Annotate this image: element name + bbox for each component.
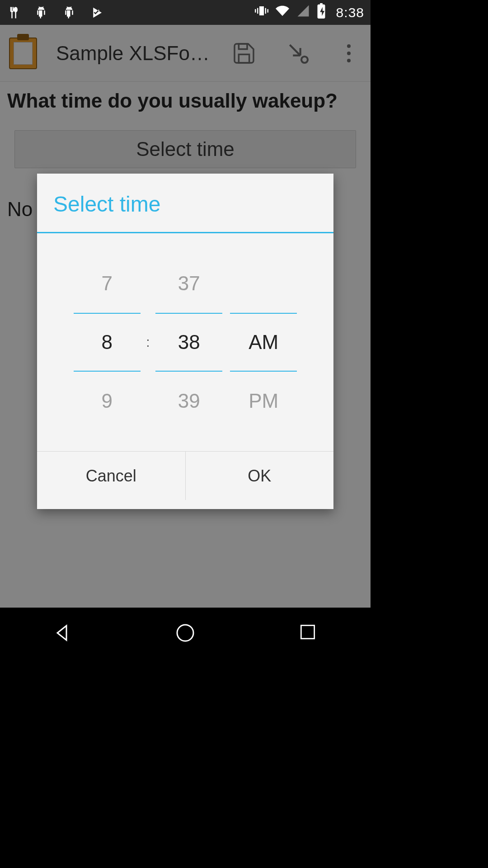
time-picker: 7 8 9 : 37 38 39 AM PM xyxy=(37,233,333,451)
status-bar: 8:38 xyxy=(0,0,371,25)
android-icon xyxy=(34,6,48,19)
time-picker-dialog: Select time 7 8 9 : 37 38 39 AM PM Cance… xyxy=(37,174,333,509)
dialog-actions: Cancel OK xyxy=(37,451,333,500)
cancel-button[interactable]: Cancel xyxy=(37,452,185,500)
status-left xyxy=(6,6,104,19)
app-screen: Sample XLSFo… What time do you usually w… xyxy=(0,25,371,608)
ampm-current[interactable]: AM xyxy=(230,313,297,372)
battery-charging-icon xyxy=(316,3,326,22)
svg-rect-4 xyxy=(301,625,314,638)
ampm-prev xyxy=(226,254,301,313)
minute-wheel[interactable]: 37 38 39 xyxy=(152,254,226,430)
minute-current[interactable]: 38 xyxy=(155,313,222,372)
dialog-header: Select time xyxy=(37,174,333,233)
wifi-icon xyxy=(275,4,290,21)
home-icon[interactable] xyxy=(174,622,196,644)
back-icon[interactable] xyxy=(51,622,73,644)
navigation-bar xyxy=(0,608,371,658)
status-time: 8:38 xyxy=(336,5,364,20)
hour-next[interactable]: 9 xyxy=(70,372,144,430)
hour-wheel[interactable]: 7 8 9 xyxy=(70,254,144,430)
recent-apps-icon[interactable] xyxy=(298,622,319,644)
status-right: 8:38 xyxy=(255,3,364,22)
hour-current[interactable]: 8 xyxy=(74,313,141,372)
dialog-title: Select time xyxy=(53,192,317,217)
svg-point-3 xyxy=(177,625,193,641)
hour-prev[interactable]: 7 xyxy=(70,254,144,313)
ampm-next[interactable]: PM xyxy=(226,372,301,430)
vibrate-icon xyxy=(255,3,268,22)
ampm-wheel[interactable]: AM PM xyxy=(226,254,301,430)
cell-signal-icon xyxy=(296,4,310,21)
play-check-icon xyxy=(90,6,104,19)
android-icon xyxy=(62,6,76,19)
minute-prev[interactable]: 37 xyxy=(152,254,226,313)
minute-next[interactable]: 39 xyxy=(152,372,226,430)
time-separator: : xyxy=(144,313,151,372)
ok-button[interactable]: OK xyxy=(185,452,334,500)
fork-knife-icon xyxy=(6,6,20,19)
